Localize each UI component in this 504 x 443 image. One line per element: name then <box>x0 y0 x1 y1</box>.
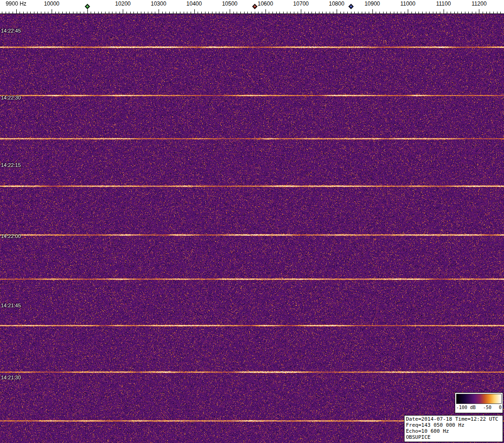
time-axis-label: 14:21:45 <box>1 303 21 308</box>
minor-tick <box>298 12 298 13</box>
minor-tick <box>27 12 27 13</box>
minor-tick <box>6 12 6 13</box>
minor-tick <box>216 12 216 13</box>
minor-tick <box>105 12 106 13</box>
major-tick <box>159 9 159 13</box>
minor-tick <box>84 12 84 13</box>
major-tick <box>479 9 479 13</box>
minor-tick <box>290 12 291 13</box>
minor-tick <box>66 12 66 13</box>
minor-tick <box>344 12 344 13</box>
minor-tick <box>13 12 13 13</box>
minor-tick <box>276 12 277 13</box>
minor-tick <box>37 12 38 13</box>
minor-tick <box>223 12 223 13</box>
minor-tick <box>2 12 2 13</box>
minor-tick <box>451 12 451 13</box>
legend-min-label: -100 dB <box>456 405 476 410</box>
minor-tick <box>330 12 330 13</box>
minor-tick <box>486 12 487 13</box>
minor-tick <box>247 12 248 13</box>
minor-tick <box>493 12 494 13</box>
minor-tick <box>237 12 237 13</box>
minor-tick <box>152 12 152 13</box>
legend-max-label: 0 <box>499 405 502 410</box>
minor-tick <box>476 12 476 13</box>
freq-tick-label: 10800 <box>329 0 344 7</box>
major-tick <box>301 9 301 13</box>
minor-tick <box>405 12 405 13</box>
minor-tick <box>365 12 365 13</box>
time-axis-label: 14:22:15 <box>1 162 21 168</box>
minor-tick <box>137 12 138 13</box>
minor-tick <box>429 12 430 13</box>
info-date-line: Date=2014-07-18 Time=12:22 UTC <box>406 416 501 422</box>
freq-tick-label: 11100 <box>436 0 451 7</box>
minor-tick <box>176 12 177 13</box>
minor-tick <box>308 12 309 13</box>
blue-frequency-marker-icon[interactable] <box>348 4 353 9</box>
freq-tick-label: 10500 <box>222 0 237 7</box>
legend-labels: -100 dB -50 0 <box>456 405 502 410</box>
freq-tick-label: 10600 <box>258 0 273 7</box>
minor-tick <box>351 12 351 13</box>
minor-tick <box>169 12 170 13</box>
info-echo-line: Echo=10 600 Hz <box>406 428 501 434</box>
major-tick <box>16 9 17 13</box>
minor-tick <box>34 12 34 13</box>
minor-tick <box>94 12 95 13</box>
minor-tick <box>45 12 45 13</box>
minor-tick <box>390 12 391 13</box>
minor-tick <box>394 12 394 13</box>
legend-mid-label: -50 <box>483 405 491 410</box>
minor-tick <box>468 12 469 13</box>
minor-tick <box>30 12 31 13</box>
minor-tick <box>191 12 191 13</box>
time-axis-label: 14:22:00 <box>1 233 21 239</box>
minor-tick <box>144 12 145 13</box>
red-frequency-marker-icon[interactable] <box>252 4 257 9</box>
minor-tick <box>500 12 501 13</box>
minor-tick <box>422 12 423 13</box>
minor-tick <box>340 12 341 13</box>
minor-tick <box>312 12 312 13</box>
freq-tick-label: 11200 <box>471 0 486 7</box>
waterfall-spectrogram[interactable] <box>0 14 504 443</box>
minor-tick <box>258 12 259 13</box>
minor-tick <box>255 12 255 13</box>
minor-tick <box>116 12 116 13</box>
minor-tick <box>326 12 326 13</box>
minor-tick <box>305 12 305 13</box>
minor-tick <box>426 12 426 13</box>
minor-tick <box>77 12 77 13</box>
color-gradient-bar <box>456 394 502 404</box>
minor-tick <box>454 12 455 13</box>
minor-tick <box>272 12 273 13</box>
time-axis-label: 14:22:45 <box>1 28 21 33</box>
minor-tick <box>240 12 241 13</box>
minor-tick <box>155 12 155 13</box>
minor-tick <box>187 12 187 13</box>
minor-tick <box>212 12 212 13</box>
minor-tick <box>415 12 416 13</box>
minor-tick <box>48 12 48 13</box>
minor-tick <box>347 12 348 13</box>
minor-tick <box>401 12 401 13</box>
minor-tick <box>472 12 472 13</box>
minor-tick <box>69 12 70 13</box>
minor-tick <box>148 12 148 13</box>
freq-tick-label: 9900 Hz <box>6 0 27 7</box>
minor-tick <box>322 12 323 13</box>
minor-tick <box>397 12 398 13</box>
minor-tick <box>379 12 380 13</box>
major-tick <box>265 9 266 13</box>
station-info-box: Date=2014-07-18 Time=12:22 UTC Freq=143 … <box>404 415 503 442</box>
minor-tick <box>315 12 316 13</box>
minor-tick <box>283 12 284 13</box>
green-frequency-marker-icon[interactable] <box>85 4 90 9</box>
freq-tick-label: 10200 <box>115 0 131 7</box>
minor-tick <box>287 12 287 13</box>
minor-tick <box>333 12 333 13</box>
frequency-ruler[interactable]: 9900 Hz100001020010300104001050010600107… <box>0 0 504 14</box>
minor-tick <box>369 12 369 13</box>
